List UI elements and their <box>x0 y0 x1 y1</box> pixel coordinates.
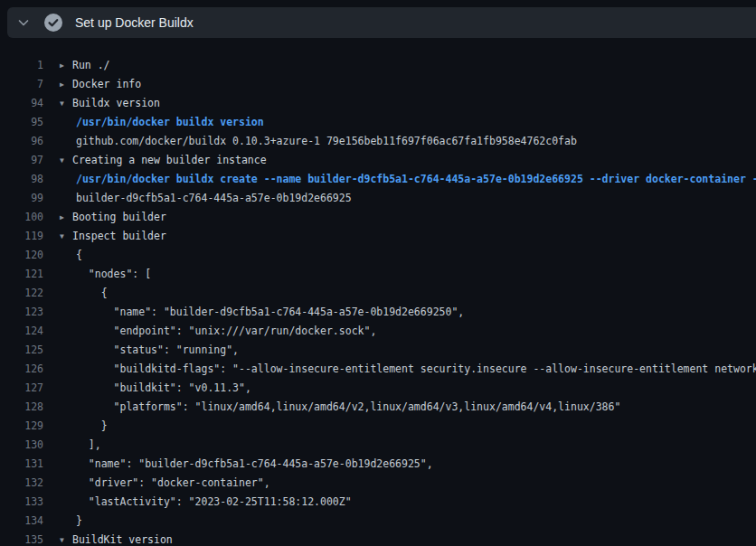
line-number[interactable]: 122 <box>0 284 43 303</box>
line-number[interactable]: 134 <box>0 512 43 531</box>
log-line: 98 /usr/bin/docker buildx create --name … <box>0 170 756 189</box>
log-text: github.com/docker/buildx 0.10.3+azure-1 … <box>43 132 577 151</box>
line-number[interactable]: 133 <box>0 493 43 512</box>
log-line: 95 /usr/bin/docker buildx version <box>0 113 756 132</box>
check-circle-icon <box>43 12 64 33</box>
line-number[interactable]: 99 <box>0 189 43 208</box>
log-group-line[interactable]: 94 ▼Buildx version <box>0 94 756 113</box>
line-number[interactable]: 135 <box>0 531 43 546</box>
log-text: ▶Run ./ <box>43 56 110 75</box>
line-number[interactable]: 128 <box>0 398 43 417</box>
log-text: ▶Booting builder <box>43 208 166 227</box>
log-text: "buildkitd-flags": "--allow-insecure-ent… <box>43 360 756 379</box>
log-line: 128 "platforms": "linux/amd64,linux/amd6… <box>0 398 756 417</box>
log-text: } <box>43 512 82 531</box>
log-text: /usr/bin/docker buildx version <box>43 113 264 132</box>
line-number[interactable]: 126 <box>0 360 43 379</box>
log-text: ▶Docker info <box>43 75 141 94</box>
line-number[interactable]: 130 <box>0 436 43 455</box>
log-line: 129 } <box>0 417 756 436</box>
line-number[interactable]: 96 <box>0 132 43 151</box>
line-number[interactable]: 125 <box>0 341 43 360</box>
line-number[interactable]: 94 <box>0 94 43 113</box>
log-text: "platforms": "linux/amd64,linux/amd64/v2… <box>43 398 620 417</box>
log-text: } <box>43 417 108 436</box>
step-header[interactable]: Set up Docker Buildx <box>7 7 756 38</box>
group-toggle-icon[interactable]: ▼ <box>60 227 72 246</box>
log-line: 134 } <box>0 512 756 531</box>
log-text: { <box>43 284 108 303</box>
line-number[interactable]: 98 <box>0 170 43 189</box>
log-text: builder-d9cfb5a1-c764-445a-a57e-0b19d2e6… <box>43 189 352 208</box>
line-number[interactable]: 100 <box>0 208 43 227</box>
log-text: "nodes": [ <box>43 265 151 284</box>
log-line: 99 builder-d9cfb5a1-c764-445a-a57e-0b19d… <box>0 189 756 208</box>
log-line: 96 github.com/docker/buildx 0.10.3+azure… <box>0 132 756 151</box>
line-number[interactable]: 7 <box>0 75 43 94</box>
log-line: 127 "buildkit": "v0.11.3", <box>0 379 756 398</box>
log-line: 124 "endpoint": "unix:///var/run/docker.… <box>0 322 756 341</box>
group-toggle-icon[interactable]: ▼ <box>60 151 72 170</box>
log-group-line[interactable]: 97 ▼Creating a new builder instance <box>0 151 756 170</box>
group-toggle-icon[interactable]: ▼ <box>60 94 72 113</box>
log-text: ], <box>43 436 101 455</box>
log-group-line[interactable]: 119 ▼Inspect builder <box>0 227 756 246</box>
log-group-line[interactable]: 1 ▶Run ./ <box>0 56 756 75</box>
group-toggle-icon[interactable]: ▶ <box>60 208 72 227</box>
group-toggle-icon[interactable]: ▼ <box>60 531 72 546</box>
log-line: 132 "driver": "docker-container", <box>0 474 756 493</box>
log-line: 130 ], <box>0 436 756 455</box>
line-number[interactable]: 123 <box>0 303 43 322</box>
log-line: 123 "name": "builder-d9cfb5a1-c764-445a-… <box>0 303 756 322</box>
group-toggle-icon[interactable]: ▶ <box>60 75 72 94</box>
log-group-line[interactable]: 100 ▶Booting builder <box>0 208 756 227</box>
log-text: "lastActivity": "2023-02-25T11:58:12.000… <box>43 493 352 512</box>
log-line: 133 "lastActivity": "2023-02-25T11:58:12… <box>0 493 756 512</box>
log-text: /usr/bin/docker buildx create --name bui… <box>43 170 756 189</box>
log-text: "driver": "docker-container", <box>43 474 270 493</box>
line-number[interactable]: 129 <box>0 417 43 436</box>
log-text: "name": "builder-d9cfb5a1-c764-445a-a57e… <box>43 455 433 474</box>
log-text: ▼Creating a new builder instance <box>43 151 267 170</box>
log-text: ▼Buildx version <box>43 94 160 113</box>
log-line: 121 "nodes": [ <box>0 265 756 284</box>
line-number[interactable]: 95 <box>0 113 43 132</box>
line-number[interactable]: 124 <box>0 322 43 341</box>
line-number[interactable]: 119 <box>0 227 43 246</box>
step-title: Set up Docker Buildx <box>75 15 194 30</box>
log-text: "buildkit": "v0.11.3", <box>43 379 251 398</box>
log-line: 131 "name": "builder-d9cfb5a1-c764-445a-… <box>0 455 756 474</box>
log-text: ▼Inspect builder <box>43 227 166 246</box>
line-number[interactable]: 120 <box>0 246 43 265</box>
line-number[interactable]: 127 <box>0 379 43 398</box>
log-line: 126 "buildkitd-flags": "--allow-insecure… <box>0 360 756 379</box>
log-text: "name": "builder-d9cfb5a1-c764-445a-a57e… <box>43 303 464 322</box>
log-text: { <box>43 246 82 265</box>
log-area: 1 ▶Run ./ 7 ▶Docker info 94 ▼Buildx vers… <box>0 56 756 546</box>
log-line: 120 { <box>0 246 756 265</box>
line-number[interactable]: 131 <box>0 455 43 474</box>
line-number[interactable]: 1 <box>0 56 43 75</box>
log-group-line[interactable]: 7 ▶Docker info <box>0 75 756 94</box>
log-group-line[interactable]: 135 ▼BuildKit version <box>0 531 756 546</box>
log-line: 122 { <box>0 284 756 303</box>
log-line: 125 "status": "running", <box>0 341 756 360</box>
group-toggle-icon[interactable]: ▶ <box>60 56 72 75</box>
line-number[interactable]: 121 <box>0 265 43 284</box>
chevron-down-icon[interactable] <box>16 15 31 30</box>
log-text: ▼BuildKit version <box>43 531 173 546</box>
log-text: "status": "running", <box>43 341 239 360</box>
log-text: "endpoint": "unix:///var/run/docker.sock… <box>43 322 376 341</box>
line-number[interactable]: 132 <box>0 474 43 493</box>
line-number[interactable]: 97 <box>0 151 43 170</box>
